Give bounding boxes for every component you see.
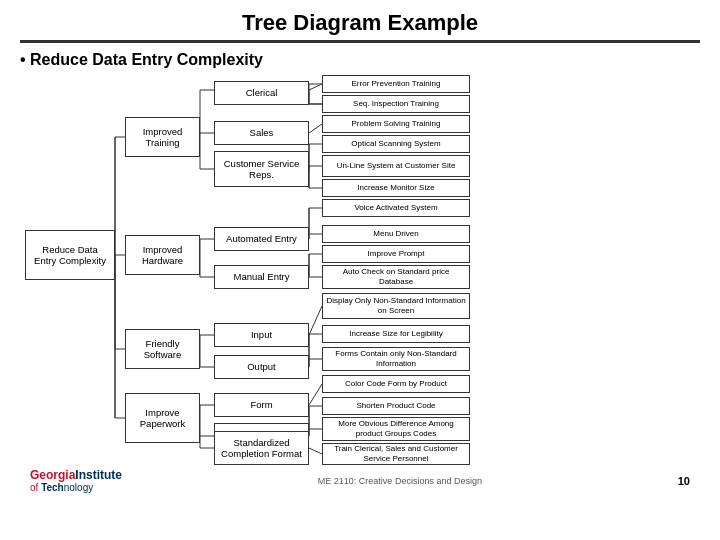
l3-voice-activated: Voice Activated System [322, 199, 470, 217]
l3-display-only: Display Only Non-Standard Information on… [322, 293, 470, 319]
logo-institute: Institute [75, 468, 122, 482]
l3-shorten-product: Shorten Product Code [322, 397, 470, 415]
l3-error-prevention: Error Prevention Training [322, 75, 470, 93]
l2-automated-entry: Automated Entry [214, 227, 309, 251]
l3-seq-inspection: Seq. Inspection Training [322, 95, 470, 113]
l3-auto-check: Auto Check on Standard price Database [322, 265, 470, 289]
bullet-heading: • Reduce Data Entry Complexity [20, 51, 700, 69]
footer-logo: GeorgiaInstitute of Technology [30, 469, 122, 493]
title-divider [20, 40, 700, 43]
l2-standardized: StandardizedCompletion Format [214, 431, 309, 465]
l3-problem-solving: Problem Solving Training [322, 115, 470, 133]
footer-subtitle: ME 2110: Creative Decisions and Design [318, 476, 482, 486]
l3-forms-contain: Forms Contain only Non-Standard Informat… [322, 347, 470, 371]
l3-un-line-system: Un-Line System at Customer Site [322, 155, 470, 177]
root-node: Reduce DataEntry Complexity [25, 230, 115, 280]
logo-of: of [30, 482, 38, 493]
l2-form: Form [214, 393, 309, 417]
l2-manual-entry: Manual Entry [214, 265, 309, 289]
l3-train-clerical: Train Clerical, Sales and Customer Servi… [322, 443, 470, 465]
l2-clerical: Clerical [214, 81, 309, 105]
l3-more-obvious: More Obvious Difference Among product Gr… [322, 417, 470, 441]
l1-improved-training: ImprovedTraining [125, 117, 200, 157]
slide-title: Tree Diagram Example [20, 10, 700, 36]
footer: GeorgiaInstitute of Technology ME 2110: … [20, 469, 700, 493]
logo-nology: nology [64, 482, 93, 493]
footer-page: 10 [678, 475, 690, 487]
l3-optical-scanning: Optical Scanning System [322, 135, 470, 153]
l2-output: Output [214, 355, 309, 379]
l3-increase-monitor: Increase Monitor Size [322, 179, 470, 197]
svg-line-24 [309, 84, 322, 90]
svg-line-60 [309, 448, 322, 454]
l2-sales: Sales [214, 121, 309, 145]
svg-line-30 [309, 124, 322, 133]
l1-improve-paperwork: ImprovePaperwork [125, 393, 200, 443]
l3-color-code: Color Code Form by Product [322, 375, 470, 393]
tree-diagram: Reduce DataEntry Complexity ImprovedTrai… [20, 75, 700, 465]
logo-tech: Tech [41, 482, 64, 493]
l1-improved-hardware: ImprovedHardware [125, 235, 200, 275]
l3-increase-legibility: Increase Size for Legibility [322, 325, 470, 343]
slide: Tree Diagram Example • Reduce Data Entry… [0, 0, 720, 540]
l2-customer-service: Customer ServiceReps. [214, 151, 309, 187]
l3-improve-prompt: Improve Prompt [322, 245, 470, 263]
l1-friendly-software: FriendlySoftware [125, 329, 200, 369]
svg-line-48 [309, 306, 322, 335]
logo-georgia: Georgia [30, 468, 75, 482]
svg-line-54 [309, 384, 322, 405]
l2-input: Input [214, 323, 309, 347]
l3-menu-driven: Menu Driven [322, 225, 470, 243]
